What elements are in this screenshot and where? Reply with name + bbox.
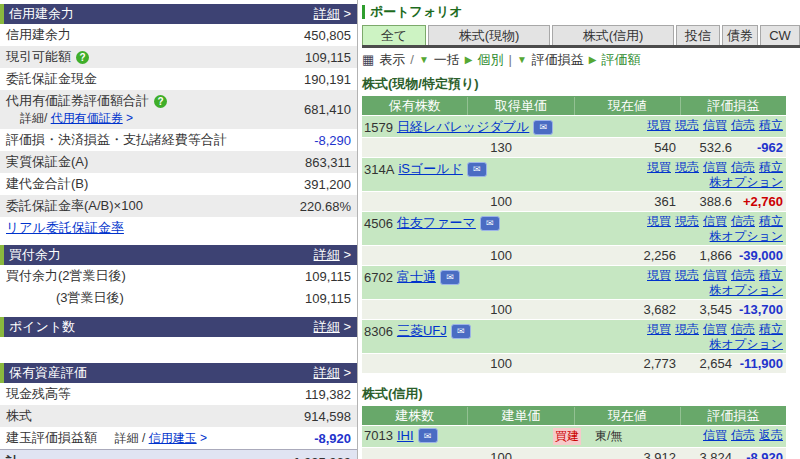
margin-positions-link[interactable]: 信用建玉 xyxy=(149,431,197,445)
tab-cw[interactable]: CW xyxy=(760,25,800,45)
triangle-down-icon: ▼ xyxy=(517,54,527,65)
column-header: 現在値 xyxy=(575,407,681,425)
column-header: 評価損益 xyxy=(681,407,786,425)
trade-link-株オプション[interactable]: 株オプション xyxy=(710,337,783,351)
cash-stocks-section-title: 株式(現物/特定預り) xyxy=(362,71,800,96)
trade-link-信売[interactable]: 信売 xyxy=(731,118,755,132)
price-value: 3,682 xyxy=(516,302,680,317)
trade-link-積立[interactable]: 積立 xyxy=(759,268,783,282)
mail-icon[interactable]: ✉ xyxy=(533,120,553,135)
column-header: 保有株数 xyxy=(362,97,468,115)
trade-link-現売[interactable]: 現売 xyxy=(675,160,699,174)
row-margin-power: 信用建余力 450,805 xyxy=(0,24,357,46)
grid-icon: ▦ xyxy=(362,52,374,67)
row-value: 119,382 xyxy=(305,387,351,402)
trade-link-現売[interactable]: 現売 xyxy=(675,214,699,228)
trade-link-積立[interactable]: 積立 xyxy=(759,118,783,132)
detail-link[interactable]: 詳細 > xyxy=(314,364,351,382)
tab-funds[interactable]: 投信 xyxy=(676,25,720,45)
stock-name-link[interactable]: 三菱UFJ xyxy=(397,322,447,340)
trade-link-信売[interactable]: 信売 xyxy=(731,268,755,282)
batch-option[interactable]: 一括 xyxy=(434,51,460,69)
row-label: 委託保証金現金 xyxy=(6,70,97,88)
trade-link-現買[interactable]: 現買 xyxy=(647,322,671,336)
substitute-securities-link[interactable]: 代用有価証券 xyxy=(51,111,123,125)
sub-prefix: 詳細 / xyxy=(115,431,146,445)
stock-name-link[interactable]: IHI xyxy=(397,428,414,443)
trade-link-信買[interactable]: 信買 xyxy=(703,322,727,336)
portfolio-title: ポートフォリオ xyxy=(362,2,800,22)
trade-link-信買[interactable]: 信買 xyxy=(703,160,727,174)
trade-link-積立[interactable]: 積立 xyxy=(759,160,783,174)
realtime-margin-ratio-link[interactable]: リアル委託保証金率 xyxy=(6,219,124,237)
trade-link-信買[interactable]: 信買 xyxy=(703,118,727,132)
detail-link[interactable]: 詳細 > xyxy=(314,5,351,23)
tab-stock-margin[interactable]: 株式(信用) xyxy=(552,25,674,45)
trade-link-信買[interactable]: 信買 xyxy=(703,428,727,442)
detail-link[interactable]: 詳細 > xyxy=(314,318,351,336)
trade-link-現買[interactable]: 現買 xyxy=(647,214,671,228)
section-header-margin: 信用建余力 詳細 > xyxy=(0,4,357,24)
trade-link-現買[interactable]: 現買 xyxy=(647,268,671,282)
row-label: 買付余力(2営業日後) xyxy=(6,267,126,285)
table-header-row: 保有株数取得単価現在値評価損益 xyxy=(362,96,786,115)
valuation-option[interactable]: 評価額 xyxy=(602,51,641,69)
trade-link-積立[interactable]: 積立 xyxy=(759,322,783,336)
trade-link-現売[interactable]: 現売 xyxy=(675,268,699,282)
long-position-badge: 買建 xyxy=(553,428,581,445)
mail-icon[interactable]: ✉ xyxy=(480,216,500,231)
row-eval-loss: 評価損・決済損益・支払諸経費等合計 -8,290 xyxy=(0,129,357,151)
stock-identity: 6702富士通✉ xyxy=(362,266,576,287)
trade-link-信売[interactable]: 信売 xyxy=(731,160,755,174)
trade-link-現買[interactable]: 現買 xyxy=(647,160,671,174)
trade-link-株オプション[interactable]: 株オプション xyxy=(710,175,783,189)
pl-value: -11,900 xyxy=(734,356,786,371)
row-label: 信用建余力 xyxy=(6,26,71,44)
trade-link-現買[interactable]: 現買 xyxy=(647,118,671,132)
stock-name-link[interactable]: 日経レバレッジダブル xyxy=(397,118,529,136)
help-icon[interactable]: ? xyxy=(154,95,167,108)
row-position-pl: 建玉評価損益額 詳細 / 信用建玉 > -8,920 xyxy=(0,427,357,449)
row-open-amount: 建代金合計(B) 391,200 xyxy=(0,173,357,195)
sub-prefix: 詳細/ xyxy=(20,111,47,125)
stock-name-link[interactable]: 住友ファーマ xyxy=(397,214,476,232)
tab-bonds[interactable]: 債券 xyxy=(722,25,758,45)
trade-link-信売[interactable]: 信売 xyxy=(731,428,755,442)
stock-code: 4506 xyxy=(364,216,393,231)
row-cash-balance: 現金残高等 119,382 xyxy=(0,383,357,405)
trade-links: 現買現売信買信売積立 xyxy=(576,116,786,134)
quantity-value: 100 xyxy=(362,194,516,209)
help-icon[interactable]: ? xyxy=(76,51,89,64)
pl-value: +2,760 xyxy=(734,194,786,209)
trade-link-信買[interactable]: 信買 xyxy=(703,214,727,228)
pl-value: -39,000 xyxy=(734,248,786,263)
trade-link-株オプション[interactable]: 株オプション xyxy=(710,229,783,243)
trade-link-信買[interactable]: 信買 xyxy=(703,268,727,282)
detail-link[interactable]: 詳細 > xyxy=(314,246,351,264)
tab-all[interactable]: 全て xyxy=(362,25,426,45)
column-header: 取得単価 xyxy=(468,97,574,115)
mail-icon[interactable]: ✉ xyxy=(451,324,471,339)
pl-option[interactable]: 評価損益 xyxy=(532,51,584,69)
individual-option[interactable]: 個別 xyxy=(478,51,504,69)
trade-link-現売[interactable]: 現売 xyxy=(675,322,699,336)
mail-icon[interactable]: ✉ xyxy=(467,162,487,177)
mail-icon[interactable]: ✉ xyxy=(418,428,438,443)
stock-identity: 8306三菱UFJ✉ xyxy=(362,320,576,341)
trade-link-信売[interactable]: 信売 xyxy=(731,322,755,336)
pl-value: -13,700 xyxy=(734,302,786,317)
trade-link-現売[interactable]: 現売 xyxy=(675,118,699,132)
trade-link-積立[interactable]: 積立 xyxy=(759,214,783,228)
stock-name-link[interactable]: iSゴールド xyxy=(398,160,462,178)
trade-link-返売[interactable]: 返売 xyxy=(759,428,783,442)
tab-stock-cash[interactable]: 株式(現物) xyxy=(428,25,550,45)
mail-icon[interactable]: ✉ xyxy=(440,270,460,285)
row-value: 109,115 xyxy=(305,291,351,306)
stock-name-link[interactable]: 富士通 xyxy=(397,268,436,286)
row-value: 109,115 xyxy=(305,50,351,65)
section-header-points: ポイント数 詳細 > xyxy=(0,317,357,337)
trade-link-信売[interactable]: 信売 xyxy=(731,214,755,228)
trade-link-株オプション[interactable]: 株オプション xyxy=(710,283,783,297)
total-value: 1,025,060 xyxy=(293,455,351,459)
pl-value: -962 xyxy=(734,140,786,155)
